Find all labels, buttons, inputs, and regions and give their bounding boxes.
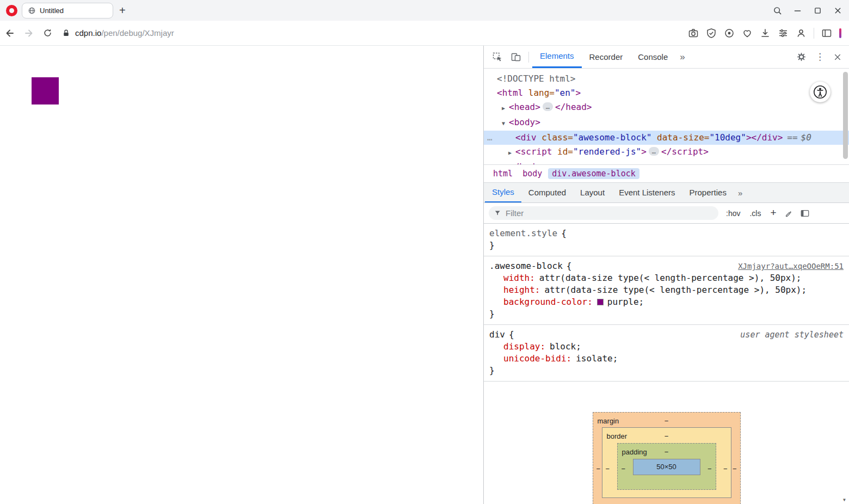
css-property-row[interactable]: height:attr(data-size type(< length-perc… — [489, 284, 844, 296]
rule-selector-line[interactable]: user agent stylesheetdiv{ — [489, 329, 844, 341]
property-name[interactable]: display: — [503, 341, 545, 352]
opera-menu-button[interactable] — [5, 4, 18, 17]
site-security-lock-icon[interactable] — [61, 28, 71, 38]
dom-node-head[interactable]: ▶<head>…</head> — [484, 100, 849, 115]
margin-right-value[interactable]: − — [733, 463, 737, 475]
color-swatch[interactable] — [597, 299, 604, 305]
stylesheet-source-link[interactable]: XJmjayr?aut…xqeOOeRM:51 — [738, 260, 844, 272]
sidebar-panels-icon[interactable] — [821, 28, 832, 39]
box-model-margin[interactable]: margin − − − border − − − padding − − − — [593, 412, 741, 504]
dom-scrollbar-thumb[interactable] — [843, 72, 848, 159]
tab-properties[interactable]: Properties — [682, 183, 734, 202]
padding-top-value[interactable]: − — [665, 446, 669, 458]
padding-right-value[interactable]: − — [707, 463, 712, 475]
css-property-row[interactable]: display:block; — [489, 341, 844, 353]
dom-scrollbar[interactable] — [842, 71, 848, 162]
margin-top-value[interactable]: − — [665, 415, 669, 427]
accessibility-button[interactable] — [810, 82, 830, 102]
inspect-element-button[interactable] — [488, 48, 507, 66]
new-style-rule-button[interactable]: + — [768, 207, 778, 220]
more-styles-tabs-button[interactable]: » — [734, 188, 747, 198]
settings-gear-icon[interactable] — [796, 52, 807, 62]
box-model-padding[interactable]: padding − − − 50×50 — [617, 443, 716, 490]
devtools-menu-kebab-icon[interactable]: ⋮ — [815, 51, 825, 63]
node-options-dots[interactable]: … — [487, 131, 493, 145]
address-bar[interactable]: cdpn.io/pen/debug/XJmjayr — [61, 28, 174, 38]
scroll-down-arrow[interactable]: ▼ — [841, 496, 848, 503]
tab-styles[interactable]: Styles — [485, 183, 521, 202]
collapsed-content-button[interactable]: … — [649, 147, 659, 156]
aria-ai-icon[interactable] — [724, 28, 735, 39]
element-classes-button[interactable]: .cls — [748, 208, 762, 219]
dom-node-selected-div[interactable]: …<div class="awesome-block" data-size="1… — [484, 131, 849, 145]
favorites-heart-icon[interactable] — [742, 28, 753, 39]
collapsed-content-button[interactable]: … — [543, 102, 553, 111]
border-right-value[interactable]: − — [723, 463, 728, 475]
property-name[interactable]: height: — [503, 285, 540, 295]
close-window-button[interactable] — [833, 6, 842, 15]
css-property-row[interactable]: background-color:purple; — [489, 296, 844, 308]
filter-text-input[interactable] — [506, 208, 715, 218]
css-property-row[interactable]: unicode-bidi:isolate; — [489, 353, 844, 365]
downloads-icon[interactable] — [760, 28, 771, 39]
toggle-computed-sidebar-icon[interactable] — [800, 208, 810, 218]
padding-label: padding — [622, 446, 647, 458]
property-name[interactable]: unicode-bidi: — [503, 353, 571, 364]
sidebar-accent-bar[interactable] — [839, 28, 841, 38]
device-toolbar-button[interactable] — [507, 48, 525, 66]
dom-node-doctype[interactable]: <!DOCTYPE html> — [484, 72, 849, 86]
property-value[interactable]: block; — [550, 341, 581, 352]
padding-left-value[interactable]: − — [622, 463, 626, 475]
tab-layout[interactable]: Layout — [573, 183, 612, 202]
adblock-shield-icon[interactable] — [706, 28, 717, 39]
rule-selector[interactable]: .awesome-block — [489, 261, 563, 271]
margin-left-value[interactable]: − — [596, 463, 601, 475]
rule-selector[interactable]: div — [489, 329, 505, 340]
property-name[interactable]: background-color: — [503, 297, 593, 307]
search-icon[interactable] — [773, 6, 782, 15]
devtools-tab-console[interactable]: Console — [630, 46, 675, 68]
browser-tab[interactable]: Untitled — [22, 3, 113, 19]
dom-node-script[interactable]: ▶<script id="rendered-js">…</script> — [484, 145, 849, 160]
more-tabs-button[interactable]: » — [675, 52, 689, 63]
property-value[interactable]: attr(data-size type(< length-percentage … — [544, 285, 807, 295]
element-style-selector[interactable]: element.style — [489, 228, 557, 238]
property-value[interactable]: purple; — [607, 297, 644, 307]
property-value[interactable]: attr(data-size type(< length-percentage … — [539, 273, 802, 283]
box-model-border[interactable]: border − − − padding − − − 50×50 — [602, 427, 731, 498]
styles-filter-input[interactable] — [489, 206, 718, 220]
snapshot-camera-icon[interactable] — [688, 28, 699, 39]
close-devtools-button[interactable] — [833, 53, 842, 62]
crumb-html[interactable]: html — [489, 168, 516, 179]
dom-node-body[interactable]: ▼<body> — [484, 115, 849, 131]
new-tab-button[interactable]: + — [119, 5, 126, 16]
reload-button[interactable] — [42, 28, 53, 38]
devtools-tab-recorder[interactable]: Recorder — [582, 46, 631, 68]
toggle-element-state-button[interactable]: :hov — [724, 208, 742, 219]
box-model-content[interactable]: 50×50 — [633, 459, 700, 475]
crumb-body[interactable]: body — [519, 168, 546, 179]
border-top-value[interactable]: − — [665, 431, 669, 442]
format-styles-icon[interactable] — [784, 208, 794, 218]
devtools-tab-elements[interactable]: Elements — [532, 46, 582, 68]
css-property-row[interactable]: width:attr(data-size type(< length-perce… — [489, 272, 844, 284]
tab-event-listeners[interactable]: Event Listeners — [612, 183, 682, 202]
profile-icon[interactable] — [796, 28, 807, 39]
easy-setup-sliders-icon[interactable] — [778, 28, 789, 39]
rule-selector-line[interactable]: XJmjayr?aut…xqeOOeRM:51.awesome-block{ — [489, 260, 844, 272]
expand-arrow-icon[interactable]: ▶ — [502, 101, 509, 115]
forward-button[interactable] — [23, 28, 34, 39]
element-style-selector-line[interactable]: element.style{ — [489, 228, 844, 239]
expand-arrow-icon[interactable]: ▶ — [508, 146, 515, 160]
property-value[interactable]: isolate; — [576, 353, 618, 364]
back-button[interactable] — [4, 28, 15, 39]
tab-computed[interactable]: Computed — [521, 183, 573, 202]
dom-node-body-close[interactable]: </body> — [484, 160, 849, 164]
minimize-button[interactable] — [793, 6, 802, 15]
maximize-button[interactable] — [813, 6, 822, 15]
property-name[interactable]: width: — [503, 273, 535, 283]
dom-node-html[interactable]: <html lang="en"> — [484, 86, 849, 100]
crumb-selected-div[interactable]: div.awesome-block — [548, 168, 639, 179]
border-left-value[interactable]: − — [606, 463, 610, 475]
collapse-arrow-icon[interactable]: ▼ — [502, 116, 509, 131]
